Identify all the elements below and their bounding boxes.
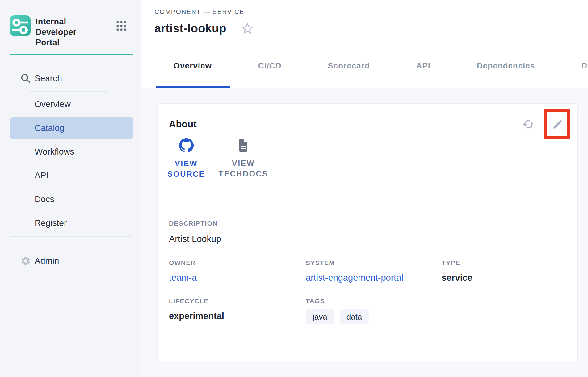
sidebar-item-overview[interactable]: Overview [10, 93, 133, 115]
view-source-label: VIEW SOURCE [167, 158, 205, 179]
sidebar-item-label: Overview [35, 99, 71, 109]
owner-value-link[interactable]: team-a [169, 272, 306, 283]
system-label: SYSTEM [306, 259, 442, 267]
view-techdocs-link[interactable]: VIEW TECHDOCS [219, 138, 268, 179]
sidebar-item-label: Register [35, 218, 67, 228]
lifecycle-value: experimental [169, 311, 306, 321]
github-icon [179, 138, 194, 154]
owner-field: OWNER team-a [169, 259, 306, 283]
description-label: DESCRIPTION [169, 219, 563, 227]
sidebar-item-catalog[interactable]: Catalog [10, 117, 133, 139]
view-source-link[interactable]: VIEW SOURCE [169, 138, 204, 179]
apps-grid-icon[interactable] [116, 20, 127, 33]
sidebar-item-label: Docs [35, 194, 54, 204]
sidebar-nav: Search Overview Catalog Workflows API Do… [0, 68, 141, 272]
brand-header: Internal Developer Portal [0, 0, 141, 48]
tag-chip[interactable]: data [340, 309, 369, 324]
sidebar-item-label: Workflows [35, 147, 74, 157]
lifecycle-label: LIFECYCLE [169, 297, 306, 305]
edit-pencil-icon[interactable] [552, 119, 563, 130]
lifecycle-field: LIFECYCLE experimental [169, 297, 306, 324]
owner-label: OWNER [169, 259, 306, 267]
tags-label: TAGS [306, 297, 442, 305]
sidebar-divider [30, 91, 108, 92]
favorite-star-icon[interactable] [240, 21, 255, 36]
breadcrumb: COMPONENT — SERVICE [154, 8, 588, 15]
app-logo-icon [10, 15, 31, 36]
sidebar-item-search[interactable]: Search [10, 68, 133, 89]
sidebar-item-register[interactable]: Register [10, 212, 133, 234]
brand-underline [10, 54, 133, 55]
sidebar-item-workflows[interactable]: Workflows [10, 141, 133, 163]
type-value: service [442, 272, 563, 283]
refresh-icon[interactable] [521, 118, 536, 130]
search-icon [20, 73, 31, 84]
tab-ci-cd[interactable]: CI/CD [240, 44, 300, 88]
entity-header: COMPONENT — SERVICE artist-lookup [141, 0, 588, 44]
app-title: Internal Developer Portal [36, 16, 97, 48]
card-links: VIEW SOURCE VIEW TECHDOCS [169, 138, 563, 179]
page-title: artist-lookup [154, 21, 226, 36]
sidebar-divider [10, 236, 131, 237]
tab-scorecard[interactable]: Scorecard [310, 44, 388, 88]
system-value-link[interactable]: artist-engagement-portal [306, 272, 442, 283]
tab-overview[interactable]: Overview [156, 44, 230, 88]
sidebar-item-docs[interactable]: Docs [10, 188, 133, 210]
main-area: COMPONENT — SERVICE artist-lookup Overvi… [141, 0, 588, 377]
metadata-grid: OWNER team-a SYSTEM artist-engagement-po… [169, 259, 563, 324]
type-label: TYPE [442, 259, 563, 267]
sidebar-item-label: Admin [35, 256, 59, 266]
about-card: About [158, 103, 578, 362]
content-area: About [141, 88, 588, 377]
sidebar-item-label: Catalog [35, 123, 65, 133]
tab-clipped[interactable]: D [563, 44, 588, 88]
sidebar-item-admin[interactable]: Admin [10, 250, 133, 272]
system-field: SYSTEM artist-engagement-portal [306, 259, 442, 283]
card-title: About [169, 118, 563, 131]
gear-icon [20, 256, 31, 266]
tab-dependencies[interactable]: Dependencies [459, 44, 553, 88]
description-value: Artist Lookup [169, 234, 563, 244]
description-field: DESCRIPTION Artist Lookup [169, 219, 563, 244]
sidebar-item-label: API [35, 171, 48, 180]
techdocs-file-icon [238, 138, 249, 154]
sidebar-item-api[interactable]: API [10, 165, 133, 186]
tab-bar: Overview CI/CD Scorecard API Dependencie… [141, 44, 588, 88]
sidebar: Internal Developer Portal Search Overvie… [0, 0, 141, 377]
tab-api[interactable]: API [398, 44, 448, 88]
type-field: TYPE service [442, 259, 563, 283]
view-techdocs-label: VIEW TECHDOCS [219, 158, 268, 179]
sidebar-item-label: Search [35, 73, 62, 83]
tags-field: TAGS java data [306, 297, 442, 324]
tag-chip[interactable]: java [306, 309, 334, 324]
